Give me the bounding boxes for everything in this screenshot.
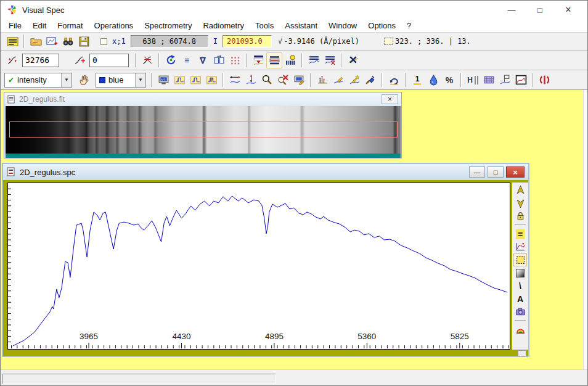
picket-lines-button[interactable] [314, 72, 330, 88]
delete-graph-button[interactable] [345, 52, 361, 68]
menu-format[interactable]: Format [52, 19, 88, 32]
menu-window[interactable]: Window [323, 19, 362, 32]
svg-text:5360: 5360 [357, 332, 376, 341]
menu-assistant[interactable]: Assistant [279, 19, 323, 32]
overlay-remove-button[interactable] [322, 52, 338, 68]
menu-operations[interactable]: Operations [89, 19, 139, 32]
arrow-up-button[interactable] [513, 184, 527, 197]
binning-button[interactable] [282, 52, 298, 68]
pixel-lambda-checkbox[interactable] [100, 38, 107, 45]
binning-icon [285, 54, 296, 66]
spectrum-plot[interactable]: 39654430489553605825 [7, 183, 510, 350]
chevron-down-icon[interactable]: ▼ [135, 73, 145, 87]
separator [405, 73, 406, 87]
water-drop-button[interactable] [425, 72, 441, 88]
open-profile-button[interactable] [28, 33, 44, 49]
dot-grid-button[interactable] [227, 52, 243, 68]
erase-button[interactable] [362, 72, 378, 88]
separator [515, 320, 526, 321]
edit-display-button[interactable] [291, 72, 307, 88]
close-icon: × [565, 4, 571, 15]
menu-spectrometry[interactable]: Spectrometry [139, 19, 197, 32]
gradient-mode-button[interactable] [513, 266, 527, 279]
menu-options[interactable]: Options [362, 19, 401, 32]
lock-button[interactable] [513, 210, 527, 223]
menu-radiometry[interactable]: Radiometry [197, 19, 249, 32]
shift-button[interactable] [243, 72, 259, 88]
pan-button[interactable] [227, 72, 243, 88]
menu-edit[interactable]: Edit [27, 19, 52, 32]
title-bar[interactable]: Visual Spec — □ × [1, 1, 587, 19]
gain-button[interactable] [4, 52, 20, 68]
new-graph-icon [46, 36, 58, 47]
spc-profile-window: 2D_regulus.spc — □ × 3965443048955360582… [2, 163, 529, 357]
profile-select-button-1[interactable] [171, 72, 187, 88]
periodic-table-button[interactable] [481, 72, 497, 88]
binning-selection-rect[interactable] [9, 121, 398, 138]
close-button[interactable]: × [554, 1, 582, 19]
normalize-one-button[interactable]: 1 [409, 72, 425, 88]
label-curve-button[interactable] [497, 72, 513, 88]
unzoom-button[interactable] [275, 72, 291, 88]
colorize-button[interactable] [513, 323, 527, 336]
menu-tools[interactable]: Tools [250, 19, 279, 32]
spc-window-titlebar[interactable]: 2D_regulus.spc — □ × [3, 164, 528, 180]
text-tool-button[interactable]: A [513, 292, 527, 305]
profile-select-button-3[interactable] [203, 72, 219, 88]
line-tool-button[interactable]: \ [513, 279, 527, 292]
spc-resize-grip[interactable] [518, 350, 526, 357]
selection-mode-button[interactable] [513, 253, 527, 266]
gain-input[interactable] [22, 54, 59, 67]
spectrum-plot-svg: 39654430489553605825 [8, 183, 510, 349]
snapshot-button[interactable] [513, 305, 527, 318]
equal-scale-button[interactable]: = [513, 228, 527, 240]
profile-select-button-2[interactable] [187, 72, 203, 88]
graph-settings-button[interactable] [513, 240, 527, 253]
maximize-button[interactable]: □ [526, 1, 554, 19]
save-button[interactable] [76, 33, 92, 49]
normalize-button[interactable] [139, 52, 155, 68]
overlay-profile-button[interactable] [306, 52, 322, 68]
pan-arrows-icon [229, 74, 241, 86]
offset-input[interactable] [89, 54, 129, 67]
spc-minimize-button[interactable]: — [469, 166, 485, 178]
fit-window-titlebar[interactable]: 2D_regulus.fit × [4, 92, 401, 106]
separator [341, 54, 342, 67]
menu-file[interactable]: File [3, 19, 27, 32]
series-display-button[interactable] [4, 33, 20, 49]
chevron-down-icon[interactable]: ▼ [61, 73, 71, 87]
close-icon: × [513, 168, 518, 176]
annotate-button[interactable] [346, 72, 362, 88]
arrow-down-button[interactable] [513, 197, 527, 210]
percent-button[interactable]: % [441, 72, 457, 88]
fit-close-button[interactable]: × [382, 94, 398, 104]
strip-display-button[interactable] [266, 52, 282, 68]
undo-button[interactable] [386, 72, 402, 88]
element-lines-button[interactable]: H [465, 72, 481, 88]
gain-curve-icon [7, 54, 18, 66]
menu-help[interactable]: ? [401, 19, 417, 32]
color-combobox[interactable]: blue ▼ [96, 73, 146, 88]
flatten-button[interactable]: ≡ [179, 52, 195, 68]
line-icon: \ [519, 281, 521, 291]
spc-close-button[interactable]: × [506, 166, 525, 178]
minimize-button[interactable]: — [497, 1, 526, 19]
hand-tool-button[interactable] [76, 72, 92, 88]
offset-button[interactable] [71, 52, 88, 68]
rotate-button[interactable] [163, 52, 179, 68]
separator [301, 54, 303, 67]
strip-extract-button[interactable] [250, 52, 266, 68]
draw-button[interactable] [330, 72, 346, 88]
tilt-button[interactable]: ∇ [195, 52, 211, 68]
display-button[interactable] [155, 72, 171, 88]
spc-restore-button[interactable]: □ [488, 166, 504, 178]
frame-curve-button[interactable] [513, 72, 529, 88]
zoom-button[interactable] [259, 72, 275, 88]
search-button[interactable] [60, 33, 76, 49]
copy-grid-button[interactable] [211, 52, 227, 68]
mode-combobox[interactable]: ✓ intensity ▼ [4, 73, 72, 88]
region-text: 323. ; 336. | 13. [395, 37, 471, 46]
play-sound-button[interactable] [536, 72, 552, 88]
new-graph-button[interactable] [44, 33, 60, 49]
fit-spectrum-image[interactable] [6, 106, 401, 154]
